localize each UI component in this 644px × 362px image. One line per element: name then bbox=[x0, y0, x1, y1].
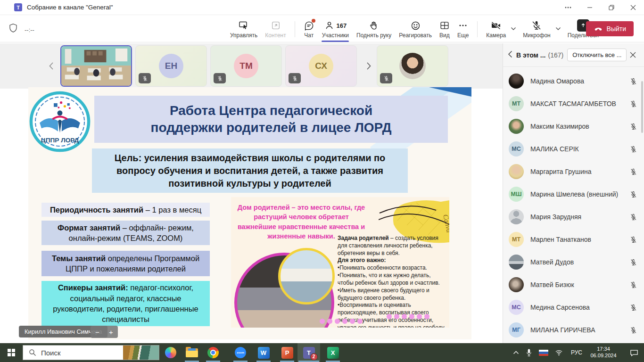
avatar bbox=[509, 209, 524, 224]
divider bbox=[295, 21, 295, 37]
mic-muted-icon[interactable] bbox=[629, 281, 637, 289]
decoration bbox=[429, 87, 471, 97]
mic-muted-icon[interactable] bbox=[629, 190, 637, 198]
next-tiles-icon[interactable] bbox=[364, 60, 373, 72]
taskbar-search[interactable]: Поиск bbox=[23, 345, 159, 360]
language-flag-icon[interactable] bbox=[539, 350, 548, 356]
clock[interactable]: 17:3406.09.2024 bbox=[587, 346, 620, 359]
slide-block-speakers: Спикеры занятий: педагог-психолог, социа… bbox=[41, 281, 210, 326]
window-more-icon[interactable] bbox=[557, 0, 579, 15]
powerpoint-icon: P bbox=[281, 347, 293, 359]
copilot-icon bbox=[165, 347, 176, 358]
participant-row[interactable]: Мадина Омарова bbox=[503, 70, 644, 92]
slide-block-topics: Темы занятий определены Программой ЦППР … bbox=[41, 251, 210, 276]
camera-chevron-icon[interactable] bbox=[511, 24, 516, 33]
zoom-out-button[interactable]: − bbox=[91, 326, 104, 338]
mic-muted-icon[interactable] bbox=[629, 236, 637, 244]
back-chevron-icon[interactable] bbox=[508, 50, 512, 60]
participant-row[interactable]: Максим Казимиров bbox=[503, 115, 644, 138]
view-button[interactable]: Вид bbox=[436, 18, 454, 40]
start-button[interactable] bbox=[0, 343, 23, 362]
mic-chevron-icon[interactable] bbox=[555, 24, 561, 33]
mic-muted-icon[interactable] bbox=[629, 258, 637, 266]
participants-button[interactable]: 167 Участники bbox=[318, 18, 353, 40]
mic-muted-icon[interactable] bbox=[629, 123, 637, 131]
content-button[interactable]: Контент bbox=[261, 18, 289, 40]
notification-center-icon[interactable] bbox=[630, 349, 638, 357]
mute-all-button[interactable]: Отключить все ... bbox=[567, 49, 627, 61]
mic-off-icon bbox=[531, 20, 542, 31]
mic-button[interactable]: Микрофон bbox=[519, 18, 554, 40]
taskbar-chrome[interactable] bbox=[203, 343, 223, 362]
restore-icon[interactable] bbox=[601, 0, 622, 15]
minimize-icon[interactable] bbox=[579, 0, 601, 15]
video-tile-photo[interactable] bbox=[377, 45, 448, 87]
taskbar-zoom[interactable]: zoom bbox=[230, 343, 251, 362]
teams-badge: 2 bbox=[310, 353, 318, 361]
close-panel-icon[interactable] bbox=[627, 49, 639, 62]
manage-button[interactable]: Управлять bbox=[226, 18, 261, 40]
svg-text:ЦППР ЛОРД: ЦППР ЛОРД bbox=[41, 137, 79, 144]
taskbar-teams[interactable]: T2 bbox=[297, 343, 320, 362]
more-button[interactable]: Еще bbox=[454, 18, 472, 40]
camera-button[interactable]: Камера bbox=[482, 18, 510, 40]
mic-muted-icon[interactable] bbox=[629, 100, 637, 108]
participant-row[interactable]: МГМИЛАНА ГИРИЧЕВА bbox=[503, 319, 644, 341]
taskbar-copilot[interactable] bbox=[160, 343, 181, 362]
video-tile-TM[interactable]: ТМ bbox=[210, 45, 282, 87]
mic-muted-icon[interactable] bbox=[629, 77, 637, 85]
participant-row[interactable]: МТМАКСАТ ТАСМАГАМБЕТОВ bbox=[503, 92, 644, 115]
video-tile-CX[interactable]: СХ bbox=[285, 45, 357, 87]
word-icon: W bbox=[258, 347, 270, 359]
participant-row[interactable]: МСМедина Сарсенова bbox=[503, 296, 644, 319]
participant-row[interactable]: Матвей Дудов bbox=[503, 251, 644, 273]
video-tile-classroom[interactable] bbox=[60, 45, 132, 87]
participant-row[interactable]: МСМАЛИКА СЕРІК bbox=[503, 138, 644, 160]
participants-header: В этом ... (167) Отключить все ... bbox=[503, 43, 644, 67]
zoom-in-button[interactable]: + bbox=[104, 326, 118, 338]
mic-muted-badge bbox=[139, 73, 151, 83]
chrome-icon bbox=[207, 347, 219, 358]
language-label[interactable]: РУС bbox=[571, 349, 582, 356]
poster-photo-small bbox=[278, 248, 335, 304]
leave-button[interactable]: Выйти bbox=[586, 21, 634, 36]
wifi-icon[interactable] bbox=[555, 349, 563, 356]
mic-muted-icon[interactable] bbox=[629, 168, 637, 176]
participant-row[interactable]: Маргарита Грушина bbox=[503, 160, 644, 183]
react-button[interactable]: Реагировать bbox=[395, 18, 436, 40]
mic-muted-icon[interactable] bbox=[629, 326, 637, 334]
close-icon[interactable] bbox=[622, 0, 644, 15]
chat-button[interactable]: Чат bbox=[300, 18, 318, 40]
video-tile-EH[interactable]: ЕН bbox=[135, 45, 207, 87]
teams-logo-icon: T bbox=[14, 3, 22, 11]
tray-mic-icon[interactable] bbox=[526, 349, 532, 357]
avatar: МГ bbox=[509, 322, 524, 337]
participant-row[interactable]: МТМарлен Танатканов bbox=[503, 228, 644, 251]
previous-tiles-icon[interactable] bbox=[46, 60, 56, 72]
participant-row[interactable]: Матвей Бизюк bbox=[503, 273, 644, 296]
raise-hand-button[interactable]: Поднять руку bbox=[353, 18, 395, 40]
participant-row[interactable]: Мария Зарудняя bbox=[503, 206, 644, 228]
avatar-photo bbox=[399, 53, 426, 79]
participant-row[interactable]: МШМарина Шмелева (внешний) bbox=[503, 183, 644, 206]
mic-muted-icon[interactable] bbox=[629, 213, 637, 221]
slide-block-format: Формат занятий – оффлайн- режим, онлайн-… bbox=[41, 221, 210, 245]
avatar bbox=[509, 255, 524, 270]
taskbar-word[interactable]: W bbox=[253, 343, 274, 362]
avatar: МТ bbox=[509, 96, 524, 111]
panel-scrollbar[interactable] bbox=[641, 81, 643, 133]
meeting-toolbar: --:-- Управлять Контент Чат 167 Участник… bbox=[0, 15, 644, 42]
taskbar-excel[interactable]: X bbox=[322, 343, 343, 362]
slide-block-periodicity: Периодичность занятий – 1 раз в месяц bbox=[41, 203, 210, 217]
mic-muted-badge bbox=[380, 73, 392, 83]
tray-expand-icon[interactable] bbox=[513, 351, 519, 354]
avatar bbox=[509, 119, 524, 134]
slide-goal: Цель: усиления взаимодействия школы с ро… bbox=[92, 148, 408, 193]
file-explorer-icon bbox=[186, 348, 198, 357]
mic-muted-icon[interactable] bbox=[629, 145, 637, 153]
participants-count: 167 bbox=[337, 22, 347, 29]
mic-muted-icon[interactable] bbox=[629, 304, 637, 312]
taskbar-powerpoint[interactable]: P bbox=[277, 343, 297, 362]
taskbar-explorer[interactable] bbox=[182, 343, 202, 362]
mic-muted-badge bbox=[289, 73, 301, 83]
